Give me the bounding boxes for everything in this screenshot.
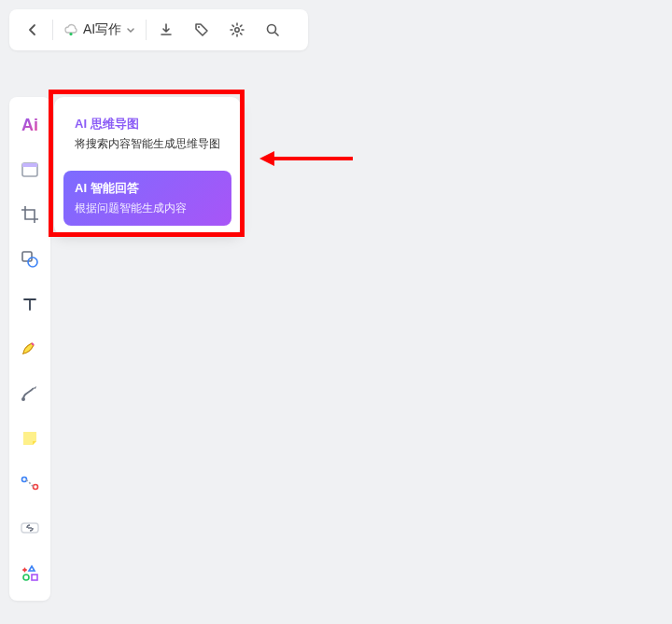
text-icon — [21, 295, 39, 313]
text-tool[interactable] — [13, 287, 47, 321]
flow-icon — [20, 473, 40, 493]
ai-answer-desc: 根据问题智能生成内容 — [75, 201, 220, 216]
chevron-left-icon — [25, 22, 40, 37]
svg-point-7 — [28, 257, 37, 267]
annotation-arrow — [259, 149, 353, 168]
svg-point-9 — [22, 478, 27, 482]
svg-point-0 — [69, 33, 72, 35]
toolbar-separator — [146, 20, 147, 40]
shape-icon — [20, 249, 40, 270]
more-tool[interactable] — [13, 556, 47, 589]
link-icon — [20, 518, 40, 538]
ai-tool[interactable]: Ai — [13, 108, 47, 142]
connector-tool[interactable] — [13, 377, 47, 410]
chevron-down-icon — [125, 24, 136, 35]
svg-point-1 — [198, 26, 200, 28]
ai-answer-title: AI 智能回答 — [75, 180, 220, 197]
back-button[interactable] — [15, 12, 50, 48]
ai-mindmap-title: AI 思维导图 — [75, 116, 220, 132]
svg-point-10 — [34, 485, 38, 490]
pencil-icon — [20, 339, 40, 359]
pen-tool[interactable] — [13, 332, 47, 366]
sticky-note-tool[interactable] — [13, 422, 47, 455]
flow-tool[interactable] — [13, 466, 47, 500]
ai-popover: AI 思维导图 将搜索内容智能生成思维导图 AI 智能回答 根据问题智能生成内容 — [54, 97, 241, 235]
ai-writing-dropdown[interactable]: AI写作 — [55, 12, 144, 48]
ai-mindmap-option[interactable]: AI 思维导图 将搜索内容智能生成思维导图 — [63, 106, 231, 161]
ai-answer-option[interactable]: AI 智能回答 根据问题智能生成内容 — [63, 171, 231, 226]
search-icon — [264, 21, 281, 38]
svg-rect-6 — [22, 252, 32, 261]
frame-icon — [20, 159, 40, 180]
crop-tool[interactable] — [13, 198, 47, 231]
shapes-plus-icon — [20, 562, 40, 583]
ai-icon: Ai — [21, 116, 38, 135]
toolbar-separator — [52, 20, 53, 40]
left-toolbar: Ai — [9, 97, 50, 601]
svg-point-8 — [21, 397, 25, 401]
ai-mindmap-desc: 将搜索内容智能生成思维导图 — [75, 136, 220, 152]
top-toolbar: AI写作 — [9, 9, 308, 50]
settings-button[interactable] — [219, 12, 255, 48]
ai-writing-label: AI写作 — [83, 21, 121, 38]
cloud-status-icon — [63, 21, 79, 38]
frame-tool[interactable] — [13, 153, 47, 187]
svg-point-3 — [268, 25, 276, 34]
svg-point-2 — [235, 28, 239, 32]
download-icon — [158, 21, 175, 38]
crop-icon — [20, 204, 40, 225]
gear-icon — [229, 21, 245, 38]
download-button[interactable] — [148, 12, 184, 48]
tag-icon — [193, 21, 210, 38]
svg-rect-5 — [22, 163, 37, 167]
shape-tool[interactable] — [13, 243, 47, 276]
tag-button[interactable] — [184, 12, 219, 48]
sticky-note-icon — [20, 428, 40, 449]
curve-icon — [20, 383, 40, 404]
search-button[interactable] — [255, 12, 290, 48]
svg-rect-13 — [32, 575, 37, 580]
link-tool[interactable] — [13, 511, 47, 545]
svg-point-12 — [23, 575, 29, 580]
